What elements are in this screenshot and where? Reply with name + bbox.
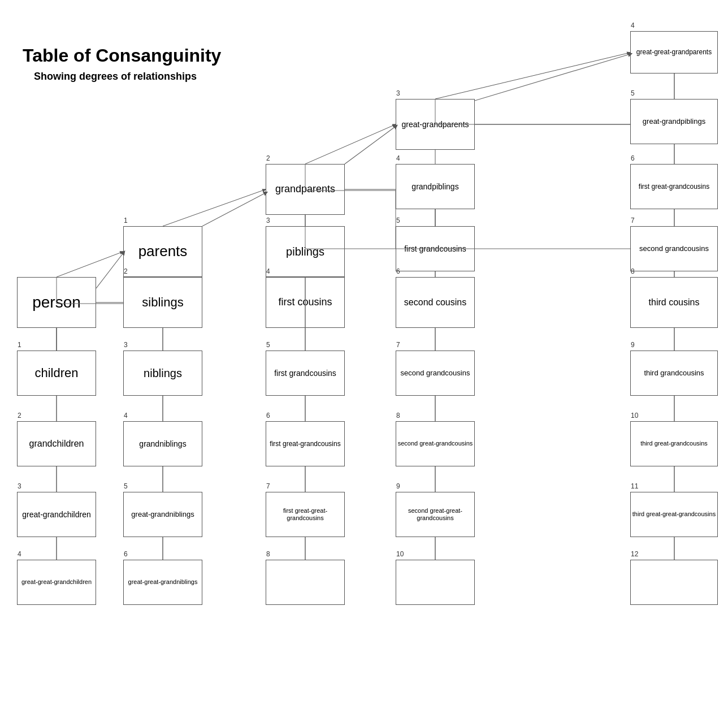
degree-label-grandchildren: 2 <box>18 412 21 419</box>
node-second-placeholder: 10 <box>396 560 475 605</box>
node-first-placeholder: 8 <box>266 560 345 605</box>
degree-label-third-placeholder: 12 <box>631 550 638 558</box>
node-great-great-grandchildren: great-great-grandchildren4 <box>17 560 96 605</box>
degree-label-third-great-grandcousins: 10 <box>631 412 638 419</box>
degree-label-first-great-grandcousins: 6 <box>266 412 270 419</box>
node-siblings: siblings2 <box>123 277 202 328</box>
subtitle: Showing degrees of relationships <box>34 71 197 83</box>
node-grandpiblings: grandpiblings4 <box>396 164 475 209</box>
degree-label-first-placeholder: 8 <box>266 550 270 558</box>
node-person: person <box>17 277 96 328</box>
node-second-grandcousins2: second grandcousins7 <box>630 226 718 271</box>
svg-line-4 <box>57 252 123 277</box>
node-grandchildren: grandchildren2 <box>17 421 96 466</box>
node-niblings: niblings3 <box>123 351 202 396</box>
node-parents: parents1 <box>123 226 202 277</box>
svg-line-7 <box>435 53 630 99</box>
node-great-great-grandparents: great-great-grandparents4 <box>630 31 718 73</box>
node-first-great-grandcousins2: first great-grandcousins6 <box>630 164 718 209</box>
degree-label-great-grandparents: 3 <box>396 89 400 97</box>
node-grandparents: grandparents2 <box>266 164 345 215</box>
node-great-grandniblings: great-grandniblings5 <box>123 492 202 537</box>
degree-label-second-grandcousins2: 7 <box>631 217 635 224</box>
node-first-great-great-grandcousins: first great-great-grandcousins7 <box>266 492 345 537</box>
node-first-cousins: first cousins4 <box>266 277 345 328</box>
degree-label-second-great-great-grandcousins: 9 <box>396 482 400 490</box>
node-great-grandchildren: great-grandchildren3 <box>17 492 96 537</box>
node-third-placeholder: 12 <box>630 560 718 605</box>
degree-label-second-placeholder: 10 <box>396 550 404 558</box>
degree-label-great-great-grandniblings: 6 <box>124 550 128 558</box>
svg-line-6 <box>305 124 396 164</box>
svg-line-47 <box>475 54 631 101</box>
degree-label-first-cousins: 4 <box>266 267 270 275</box>
degree-label-first-grandcousins: 5 <box>266 341 270 349</box>
node-great-great-grandniblings: great-great-grandniblings6 <box>123 560 202 605</box>
degree-label-second-cousins: 6 <box>396 267 400 275</box>
node-third-grandcousins: third grandcousins9 <box>630 351 718 396</box>
layout-lines <box>0 0 728 718</box>
node-third-great-great-grandcousins: third great-great-grandcousins11 <box>630 492 718 537</box>
degree-label-first-great-great-grandcousins: 7 <box>266 482 270 490</box>
svg-line-44 <box>96 252 124 288</box>
node-great-grandpiblings: great-grandpiblings5 <box>630 99 718 144</box>
degree-label-great-grandpiblings: 5 <box>631 89 635 97</box>
degree-label-grandpiblings: 4 <box>396 154 400 162</box>
degree-label-great-great-grandchildren: 4 <box>18 550 21 558</box>
degree-label-third-great-great-grandcousins: 11 <box>631 482 638 490</box>
degree-label-second-great-grandcousins: 8 <box>396 412 400 419</box>
degree-label-great-grandchildren: 3 <box>18 482 21 490</box>
node-children: children1 <box>17 351 96 396</box>
degree-label-great-great-grandparents: 4 <box>631 21 635 29</box>
connector-lines <box>0 0 728 718</box>
node-third-cousins: third cousins8 <box>630 277 718 328</box>
degree-label-great-grandniblings: 5 <box>124 482 128 490</box>
svg-line-5 <box>163 189 266 226</box>
svg-line-46 <box>345 126 397 164</box>
degree-label-children: 1 <box>18 341 21 349</box>
degree-label-third-grandcousins: 9 <box>631 341 635 349</box>
degree-label-niblings: 3 <box>124 341 128 349</box>
node-second-cousins: second cousins6 <box>396 277 475 328</box>
node-grandniblings: grandniblings4 <box>123 421 202 466</box>
degree-label-second-grandcousins: 7 <box>396 341 400 349</box>
degree-label-piblings: 3 <box>266 217 270 224</box>
svg-line-45 <box>202 192 267 226</box>
node-second-grandcousins: second grandcousins7 <box>396 351 475 396</box>
degree-label-parents: 1 <box>124 217 128 224</box>
node-second-great-great-grandcousins: second great-great-grandcousins9 <box>396 492 475 537</box>
degree-label-grandniblings: 4 <box>124 412 128 419</box>
degree-label-siblings: 2 <box>124 267 128 275</box>
node-third-great-grandcousins: third great-grandcousins10 <box>630 421 718 466</box>
node-second-great-grandcousins: second great-grandcousins8 <box>396 421 475 466</box>
title: Table of Consanguinity <box>23 45 221 66</box>
node-first-great-grandcousins: first great-grandcousins6 <box>266 421 345 466</box>
node-great-grandparents: great-grandparents3 <box>396 99 475 150</box>
degree-label-first-grandcousins2: 5 <box>396 217 400 224</box>
degree-label-grandparents: 2 <box>266 154 270 162</box>
node-piblings: piblings3 <box>266 226 345 277</box>
node-first-grandcousins2: first grandcousins5 <box>396 226 475 271</box>
node-first-grandcousins: first grandcousins5 <box>266 351 345 396</box>
degree-label-first-great-grandcousins2: 6 <box>631 154 635 162</box>
degree-label-third-cousins: 8 <box>631 267 635 275</box>
